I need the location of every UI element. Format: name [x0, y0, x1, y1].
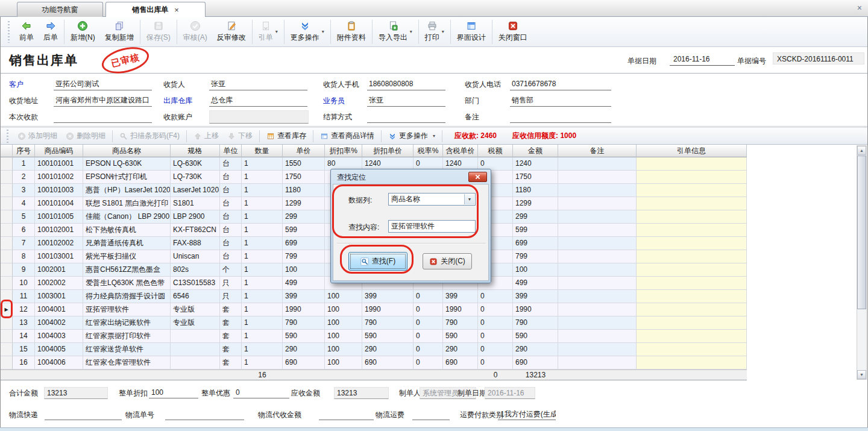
cell[interactable]: 惠普CH561ZZ黑色墨盒: [83, 263, 171, 277]
form-label-r2c2[interactable]: 出库仓库: [163, 96, 192, 106]
cell[interactable]: [637, 171, 747, 184]
cell[interactable]: 790: [283, 316, 325, 330]
cell[interactable]: 0: [414, 303, 443, 316]
cell[interactable]: 1550: [283, 157, 325, 171]
cell[interactable]: 1990: [362, 303, 414, 316]
toolbar-button-close-window[interactable]: 关闭窗口: [494, 18, 532, 46]
cell[interactable]: 100: [325, 290, 362, 303]
cell[interactable]: 1299: [513, 197, 558, 210]
cell[interactable]: 1: [242, 224, 283, 237]
cell[interactable]: 4: [13, 197, 35, 210]
cell[interactable]: 290: [443, 343, 478, 356]
row-indicator[interactable]: [1, 250, 13, 263]
cell[interactable]: [637, 356, 747, 370]
footer-field-r2c5[interactable]: 1我方付运费(生成运费: [498, 409, 556, 420]
tab-sales-outbound[interactable]: 销售出库单 ×: [105, 2, 206, 17]
cell[interactable]: 399: [443, 290, 478, 303]
search-content-input[interactable]: 亚拓管理软件: [388, 220, 476, 233]
cell[interactable]: 1004005: [35, 343, 83, 356]
dialog-close-button[interactable]: [468, 172, 487, 182]
cell[interactable]: 1: [242, 171, 283, 184]
row-indicator[interactable]: [1, 263, 13, 277]
window-close-icon[interactable]: ×: [857, 4, 862, 12]
toolbar-button-ui-design[interactable]: 界面设计: [452, 18, 491, 46]
cell[interactable]: 红管家仓库管理软件: [83, 356, 171, 370]
combo-dropdown-icon[interactable]: ▼: [464, 194, 474, 204]
detail-button-view-product-detail[interactable]: 查看商品详情: [316, 129, 379, 143]
row-indicator[interactable]: [1, 356, 13, 370]
cell[interactable]: 套: [220, 343, 242, 356]
dropdown-arrow-icon[interactable]: ▾: [433, 133, 435, 139]
cell[interactable]: 2: [13, 171, 35, 184]
cell[interactable]: 只: [220, 277, 242, 290]
footer-field-r2c2[interactable]: [165, 409, 244, 420]
form-field-r3c3[interactable]: [367, 110, 445, 123]
column-header-2[interactable]: 商品编码: [35, 145, 83, 157]
row-indicator[interactable]: [1, 157, 13, 171]
cell[interactable]: 红管家出纳记账软件: [83, 316, 171, 330]
cell[interactable]: 699: [513, 237, 558, 250]
cell[interactable]: [558, 210, 637, 224]
cell[interactable]: [558, 330, 637, 343]
detail-button-view-stock[interactable]: 查看库存: [262, 129, 310, 143]
cell[interactable]: 590: [513, 330, 558, 343]
cell[interactable]: 1002002: [35, 277, 83, 290]
cell[interactable]: [558, 356, 637, 370]
cell[interactable]: 16: [13, 356, 35, 370]
cell[interactable]: [558, 263, 637, 277]
cell[interactable]: [637, 237, 747, 250]
cell[interactable]: [558, 250, 637, 263]
cell[interactable]: 100101003: [35, 184, 83, 197]
cell[interactable]: [558, 316, 637, 330]
toolbar-button-more-actions[interactable]: 更多操作▾: [286, 18, 329, 46]
cell[interactable]: 599: [513, 224, 558, 237]
cell[interactable]: 套: [220, 356, 242, 370]
cell[interactable]: S1801: [171, 197, 220, 210]
footer-field-r1c4[interactable]: 13213: [334, 387, 389, 399]
tab-function-nav[interactable]: 功能导航窗: [17, 2, 103, 17]
cell[interactable]: [637, 263, 747, 277]
row-indicator[interactable]: [1, 237, 13, 250]
cell[interactable]: 佳能（Canon） LBP 2900+: [83, 210, 171, 224]
row-indicator[interactable]: [1, 277, 13, 290]
cell[interactable]: 790: [513, 316, 558, 330]
column-header-1[interactable]: 序号: [13, 145, 35, 157]
cell[interactable]: 台: [220, 197, 242, 210]
cell[interactable]: 专业版: [171, 316, 220, 330]
cell[interactable]: 0: [478, 343, 513, 356]
cell[interactable]: [558, 290, 637, 303]
toolbar-button-import-export[interactable]: 导入导出▾: [374, 18, 417, 46]
cell[interactable]: 100101005: [35, 210, 83, 224]
cell[interactable]: 100: [325, 316, 362, 330]
footer-field-r2c4[interactable]: [412, 409, 450, 420]
cell[interactable]: 1: [242, 303, 283, 316]
toolbar-button-attachments[interactable]: 附件资料: [332, 18, 371, 46]
column-header-3[interactable]: 商品名称: [83, 145, 171, 157]
cell[interactable]: 1990: [443, 303, 478, 316]
cell[interactable]: 1: [242, 316, 283, 330]
footer-field-r1c3[interactable]: 0: [233, 387, 289, 398]
row-indicator[interactable]: [1, 224, 13, 237]
cell[interactable]: 0: [478, 316, 513, 330]
cell[interactable]: LQ-730K: [171, 171, 220, 184]
cell[interactable]: 亚拓管理软件: [83, 303, 171, 316]
cell[interactable]: 790: [362, 316, 414, 330]
toolbar-button-next-doc[interactable]: 后单: [39, 18, 63, 46]
column-header-5[interactable]: 单位: [220, 145, 242, 157]
toolbar-button-unaudit-edit[interactable]: 反审修改: [212, 18, 251, 46]
toolbar-button-new-doc[interactable]: 新增(N): [66, 18, 100, 46]
column-header-6[interactable]: 数量: [242, 145, 283, 157]
cell[interactable]: 台: [220, 224, 242, 237]
form-field-r1c4[interactable]: 03716678678: [510, 78, 611, 90]
cell[interactable]: [637, 197, 747, 210]
cell[interactable]: [558, 184, 637, 197]
cell[interactable]: [558, 343, 637, 356]
cell[interactable]: 100101004: [35, 197, 83, 210]
cell[interactable]: 6546: [171, 290, 220, 303]
cell[interactable]: [171, 343, 220, 356]
cell[interactable]: [637, 316, 747, 330]
form-field-r3c4[interactable]: [510, 110, 611, 123]
form-field-r2c1[interactable]: 河南省郑州市中原区建设路口: [54, 94, 152, 107]
footer-field-r2c3[interactable]: [319, 409, 374, 420]
cell[interactable]: 11: [13, 290, 35, 303]
